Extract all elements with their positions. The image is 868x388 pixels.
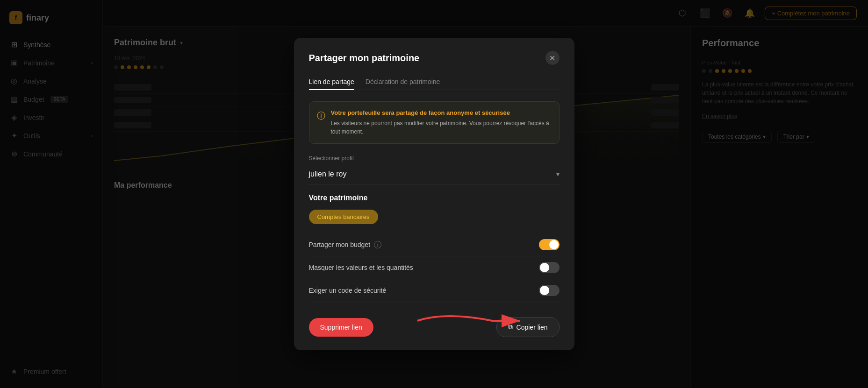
copy-link-button[interactable]: ⧉ Copier lien <box>496 317 560 337</box>
info-content: Votre portefeuille sera partagé de façon… <box>331 109 552 136</box>
toggle-code[interactable] <box>539 285 560 296</box>
modal-actions: Supprimer lien ⧉ Copier lien <box>309 313 560 337</box>
comptes-bancaires-tag-button[interactable]: Comptes bancaires <box>309 210 378 224</box>
profile-label: Sélectionner profil <box>309 155 560 162</box>
toggle-knob <box>540 263 549 272</box>
toggle-row-budget: Partager mon budget i <box>309 233 560 256</box>
profile-name: julien le roy <box>309 170 347 178</box>
info-title: Votre portefeuille sera partagé de façon… <box>331 109 552 116</box>
patrimoine-section-label: Votre patrimoine <box>309 194 560 202</box>
toggle-knob <box>540 286 549 295</box>
toggle-row-code: Exiger un code de sécurité <box>309 279 560 302</box>
modal-close-button[interactable]: ✕ <box>545 51 560 65</box>
info-icon: ⓘ <box>317 110 325 136</box>
profile-selector[interactable]: julien le roy ▾ <box>309 164 560 184</box>
tab-declaration-patrimoine[interactable]: Déclaration de patrimoine <box>366 74 440 90</box>
delete-link-button[interactable]: Supprimer lien <box>309 318 373 337</box>
info-circle-icon[interactable]: i <box>374 241 381 248</box>
info-text: Les visiteurs ne pourront pas modifier v… <box>331 119 552 136</box>
chevron-down-icon: ▾ <box>556 170 560 178</box>
toggle-knob <box>549 240 559 249</box>
share-modal: Partager mon patrimoine ✕ Lien de partag… <box>294 38 574 350</box>
toggle-label-budget: Partager mon budget i <box>309 241 382 248</box>
toggle-budget[interactable] <box>539 239 560 250</box>
info-box: ⓘ Votre portefeuille sera partagé de faç… <box>309 101 560 144</box>
modal-header: Partager mon patrimoine ✕ <box>309 51 560 65</box>
toggle-label-code: Exiger un code de sécurité <box>309 287 387 294</box>
modal-overlay: Partager mon patrimoine ✕ Lien de partag… <box>0 0 868 388</box>
copy-icon: ⧉ <box>508 323 513 331</box>
toggle-row-masquer: Masquer les valeurs et les quantités <box>309 256 560 279</box>
tab-lien-partage[interactable]: Lien de partage <box>309 74 354 90</box>
toggle-masquer[interactable] <box>539 262 560 273</box>
modal-tabs: Lien de partage Déclaration de patrimoin… <box>309 74 560 90</box>
modal-title: Partager mon patrimoine <box>309 53 420 63</box>
toggle-label-masquer: Masquer les valeurs et les quantités <box>309 264 413 271</box>
